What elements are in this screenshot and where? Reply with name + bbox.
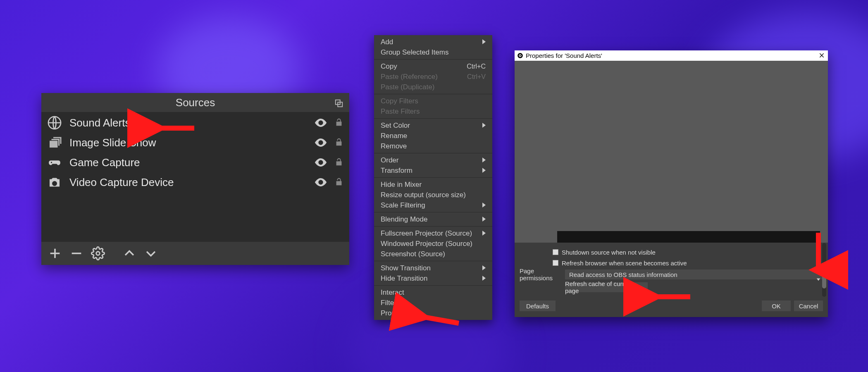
shutdown-checkbox[interactable]: [553, 249, 558, 255]
scrollbar-thumb[interactable]: [822, 265, 826, 289]
shutdown-label: Shutdown source when not visible: [562, 249, 656, 256]
menu-separator: [374, 94, 492, 94]
menu-item-show-transition[interactable]: Show Transition: [374, 263, 492, 273]
menu-item-label: Copy: [381, 62, 397, 71]
source-video-capture-device[interactable]: Video Capture Device: [41, 172, 349, 192]
page-permissions-value: Read access to OBS status information: [569, 271, 677, 278]
lock-icon[interactable]: [334, 157, 343, 168]
menu-separator: [374, 153, 492, 153]
visibility-icon[interactable]: [314, 136, 328, 150]
chevron-right-icon: [482, 122, 486, 130]
menu-item-copy[interactable]: CopyCtrl+C: [374, 61, 492, 72]
menu-item-label: Show Transition: [381, 264, 431, 272]
menu-item-transform[interactable]: Transform: [374, 165, 492, 176]
spinner-icon[interactable]: [816, 270, 821, 279]
menu-item-remove[interactable]: Remove: [374, 141, 492, 151]
properties-dialog: Properties for 'Sound Alerts' Shutdown s…: [515, 50, 828, 317]
defaults-button[interactable]: Defaults: [520, 300, 556, 311]
preview-area: [515, 61, 828, 243]
page-permissions-select[interactable]: Read access to OBS status information: [565, 269, 823, 279]
menu-item-windowed-projector-source[interactable]: Windowed Projector (Source): [374, 238, 492, 249]
move-up-button[interactable]: [120, 244, 139, 263]
menu-item-paste-duplicate: Paste (Duplicate): [374, 82, 492, 92]
menu-item-group-selected-items[interactable]: Group Selected Items: [374, 47, 492, 57]
add-source-button[interactable]: [45, 244, 64, 263]
menu-separator: [374, 226, 492, 227]
svg-point-6: [53, 182, 56, 185]
menu-item-properties[interactable]: Properties: [374, 308, 492, 318]
menu-item-order[interactable]: Order: [374, 155, 492, 165]
menu-item-label: Rename: [381, 132, 407, 140]
sources-header: Sources: [41, 93, 349, 112]
source-properties-button[interactable]: [88, 244, 107, 263]
form-area: Shutdown source when not visible Refresh…: [515, 243, 828, 295]
expand-collapse-icon[interactable]: [334, 98, 343, 107]
menu-item-label: Windowed Projector (Source): [381, 240, 472, 248]
menu-item-scale-filtering[interactable]: Scale Filtering: [374, 200, 492, 210]
menu-item-label: Group Selected Items: [381, 48, 448, 57]
chevron-right-icon: [482, 215, 486, 224]
menu-separator: [374, 177, 492, 178]
menu-item-label: Hide in Mixer: [381, 181, 422, 189]
shutdown-checkbox-row[interactable]: Shutdown source when not visible: [520, 247, 823, 258]
menu-item-rename[interactable]: Rename: [374, 131, 492, 141]
menu-item-interact[interactable]: Interact: [374, 287, 492, 298]
refresh-cache-button[interactable]: Refresh cache of current page: [565, 282, 648, 292]
preview-bottom-bar: [557, 231, 820, 243]
obs-icon: [517, 52, 523, 59]
sources-toolbar: [41, 242, 349, 265]
camera-icon: [47, 175, 62, 190]
remove-source-button[interactable]: [67, 244, 86, 263]
gamepad-icon: [47, 155, 62, 170]
sources-title: Sources: [176, 96, 215, 109]
ok-button[interactable]: OK: [762, 300, 791, 311]
menu-separator: [374, 212, 492, 212]
menu-item-label: Interact: [381, 289, 404, 297]
menu-item-screenshot-source[interactable]: Screenshot (Source): [374, 249, 492, 259]
menu-item-label: Order: [381, 156, 398, 165]
visibility-icon[interactable]: [314, 155, 328, 169]
chevron-right-icon: [482, 201, 486, 210]
source-game-capture[interactable]: Game Capture: [41, 153, 349, 172]
source-sound-alerts[interactable]: Sound Alerts: [41, 113, 349, 133]
menu-item-hide-in-mixer[interactable]: Hide in Mixer: [374, 179, 492, 190]
globe-icon: [47, 115, 62, 130]
menu-shortcut: Ctrl+V: [467, 73, 486, 81]
chevron-right-icon: [482, 229, 486, 238]
menu-item-label: Filters: [381, 299, 400, 307]
svg-point-11: [520, 55, 521, 56]
menu-item-set-color[interactable]: Set Color: [374, 120, 492, 131]
move-down-button[interactable]: [141, 244, 160, 263]
menu-item-label: Transform: [381, 167, 413, 175]
menu-item-label: Screenshot (Source): [381, 250, 445, 258]
close-icon[interactable]: [818, 52, 825, 59]
refresh-checkbox-row[interactable]: Refresh browser when scene becomes activ…: [520, 258, 823, 268]
menu-item-label: Hide Transition: [381, 274, 427, 283]
stack-icon: [47, 135, 62, 150]
dialog-titlebar[interactable]: Properties for 'Sound Alerts': [515, 50, 828, 61]
lock-icon[interactable]: [334, 117, 343, 129]
source-context-menu: AddGroup Selected ItemsCopyCtrl+CPaste (…: [374, 35, 492, 320]
menu-item-hide-transition[interactable]: Hide Transition: [374, 273, 492, 284]
lock-icon[interactable]: [334, 137, 343, 148]
defaults-label: Defaults: [526, 303, 549, 310]
menu-item-resize-output-source-size[interactable]: Resize output (source size): [374, 190, 492, 200]
lock-icon[interactable]: [334, 176, 343, 188]
menu-item-fullscreen-projector-source[interactable]: Fullscreen Projector (Source): [374, 228, 492, 238]
menu-item-paste-reference: Paste (Reference)Ctrl+V: [374, 72, 492, 82]
svg-point-7: [320, 181, 322, 184]
menu-item-blending-mode[interactable]: Blending Mode: [374, 214, 492, 224]
menu-shortcut: Ctrl+C: [467, 63, 486, 70]
cancel-button[interactable]: Cancel: [794, 300, 823, 311]
menu-separator: [374, 285, 492, 286]
ok-label: OK: [772, 303, 781, 310]
menu-item-filters[interactable]: Filters: [374, 298, 492, 308]
visibility-icon[interactable]: [314, 175, 328, 189]
svg-point-5: [320, 161, 322, 164]
source-image-slide-show[interactable]: Image Slide Show: [41, 133, 349, 153]
visibility-icon[interactable]: [314, 116, 328, 130]
chevron-right-icon: [482, 38, 486, 46]
menu-item-label: Fullscreen Projector (Source): [381, 229, 472, 238]
menu-item-add[interactable]: Add: [374, 37, 492, 47]
refresh-checkbox[interactable]: [553, 260, 558, 266]
